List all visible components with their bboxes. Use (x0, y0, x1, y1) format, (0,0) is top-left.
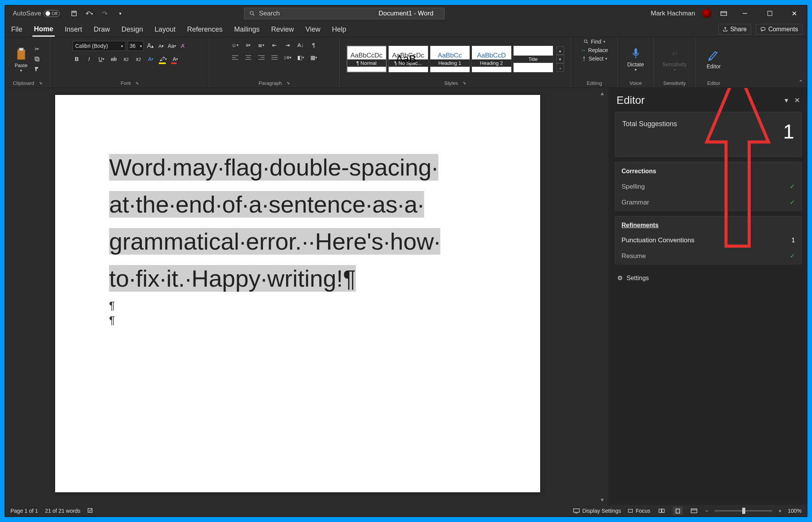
bold-icon[interactable]: B (72, 55, 81, 63)
document-text[interactable]: Word·may·flag·double-spacing·​at·the·end… (109, 149, 486, 297)
text-effects-icon[interactable]: A▾ (147, 55, 155, 63)
read-mode-icon[interactable] (657, 507, 667, 515)
clipboard-launcher-icon[interactable]: ⬊ (39, 81, 42, 86)
format-painter-icon[interactable] (33, 65, 41, 73)
multilevel-list-icon[interactable]: ≣▾ (257, 41, 266, 49)
shading-icon[interactable]: ◧▾ (296, 53, 305, 62)
tab-layout[interactable]: Layout (153, 22, 177, 36)
tab-mailings[interactable]: Mailings (232, 22, 261, 36)
style-heading-1[interactable]: AaBbCcHeading 1 (430, 46, 470, 73)
subscript-icon[interactable]: x2 (122, 55, 130, 63)
spelling-row[interactable]: Spelling✓ (615, 179, 801, 194)
word-count[interactable]: 21 of 21 words (45, 508, 81, 514)
borders-icon[interactable]: ▦▾ (310, 53, 318, 62)
find-button[interactable]: Find▾ (583, 39, 605, 45)
styles-scroll-up-icon[interactable]: ▴ (556, 46, 564, 55)
tab-design[interactable]: Design (120, 22, 145, 36)
scroll-down-icon[interactable]: ▾ (599, 496, 606, 503)
grammar-row[interactable]: Grammar✓ (615, 194, 801, 210)
tab-insert[interactable]: Insert (63, 22, 84, 36)
justify-icon[interactable] (270, 53, 279, 62)
underline-icon[interactable]: U▾ (97, 55, 106, 63)
total-suggestions-card[interactable]: Total Suggestions 1 (615, 112, 802, 157)
tab-help[interactable]: Help (330, 22, 348, 36)
resume-row[interactable]: Resume✓ (615, 248, 801, 264)
align-right-icon[interactable] (257, 53, 266, 62)
tab-file[interactable]: File (10, 22, 24, 36)
punctuation-row[interactable]: Punctuation Conventions1 (615, 233, 801, 248)
qat-customize-icon[interactable]: ▾ (116, 9, 125, 18)
zoom-in-icon[interactable]: + (778, 508, 782, 514)
tab-review[interactable]: Review (270, 22, 295, 36)
cut-icon[interactable]: ✂ (33, 45, 41, 53)
style-heading-2[interactable]: AaBbCcDHeading 2 (472, 46, 512, 73)
strikethrough-icon[interactable]: ab (110, 55, 118, 63)
clear-formatting-icon[interactable]: A̸ (179, 42, 187, 50)
styles-launcher-icon[interactable]: ⬊ (463, 81, 466, 86)
style-no-spacing[interactable]: AaBbCcDc¶ No Spac... (388, 46, 428, 73)
sort-icon[interactable]: A↓ (296, 41, 305, 49)
page-status[interactable]: Page 1 of 1 (10, 508, 38, 514)
dictate-button[interactable]: Dictate ▾ (621, 47, 651, 72)
display-settings-button[interactable]: Display Settings (573, 508, 621, 514)
scroll-up-icon[interactable]: ▴ (599, 90, 606, 97)
font-color-icon[interactable]: A▾ (171, 55, 180, 63)
font-size-select[interactable]: 36▾ (128, 41, 144, 51)
align-left-icon[interactable] (231, 53, 239, 62)
save-icon[interactable] (70, 9, 78, 18)
collapse-ribbon-icon[interactable]: ⌃ (799, 79, 803, 85)
zoom-out-icon[interactable]: − (705, 508, 708, 514)
increase-indent-icon[interactable]: ⇥ (283, 41, 292, 49)
tab-draw[interactable]: Draw (92, 22, 111, 36)
font-launcher-icon[interactable]: ⬊ (135, 81, 139, 86)
italic-icon[interactable]: I (85, 55, 93, 63)
print-layout-icon[interactable] (673, 507, 683, 515)
style-normal[interactable]: AaBbCcDc¶ Normal (347, 46, 387, 73)
replace-button[interactable]: ↔Replace (581, 47, 608, 53)
editor-pane-dropdown-icon[interactable]: ▾ (785, 96, 788, 105)
spellcheck-status-icon[interactable] (87, 507, 94, 515)
search-box[interactable]: Search (244, 8, 445, 19)
align-center-icon[interactable] (244, 53, 253, 62)
shrink-font-icon[interactable]: A▾ (157, 42, 165, 50)
select-button[interactable]: ⭡Select▾ (581, 56, 608, 62)
styles-scroll-down-icon[interactable]: ▾ (556, 55, 564, 63)
copy-icon[interactable] (33, 55, 41, 63)
share-button[interactable]: Share (718, 24, 751, 35)
tab-references[interactable]: References (185, 22, 224, 36)
paste-button[interactable]: Paste ▾ (14, 46, 28, 73)
comments-button[interactable]: Comments (756, 24, 802, 35)
focus-mode-button[interactable]: Focus (627, 508, 650, 514)
close-button[interactable]: ✕ (785, 5, 803, 22)
tab-home[interactable]: Home (32, 22, 55, 37)
styles-more-icon[interactable]: ⌄ (556, 63, 564, 72)
undo-icon[interactable]: ↶▾ (85, 9, 94, 18)
paragraph-launcher-icon[interactable]: ⬊ (286, 81, 290, 86)
document-page[interactable]: Word·may·flag·double-spacing·​at·the·end… (55, 95, 540, 492)
editor-pane-close-icon[interactable]: ✕ (794, 96, 800, 105)
tab-view[interactable]: View (304, 22, 322, 36)
ribbon-display-options-icon[interactable] (718, 8, 729, 19)
grow-font-icon[interactable]: A▴ (146, 42, 155, 50)
bullets-icon[interactable]: ☺▾ (231, 41, 239, 49)
line-spacing-icon[interactable]: ↕≡▾ (283, 53, 292, 62)
style-title[interactable]: AaBTitle (513, 46, 553, 73)
zoom-slider[interactable] (714, 510, 772, 512)
change-case-icon[interactable]: Aa▾ (168, 42, 176, 50)
redo-icon[interactable]: ↷ (101, 9, 109, 18)
editor-button[interactable]: Editor (699, 49, 729, 69)
autosave-toggle[interactable]: AutoSave Off (13, 10, 60, 17)
numbering-icon[interactable]: ≡▾ (244, 41, 253, 49)
document-area[interactable]: ▴ Word·may·flag·double-spacing·​at·the·e… (5, 88, 608, 505)
minimize-button[interactable]: ─ (736, 5, 754, 22)
zoom-level[interactable]: 100% (788, 508, 802, 514)
show-hide-marks-icon[interactable]: ¶ (310, 41, 318, 49)
superscript-icon[interactable]: x2 (134, 55, 143, 63)
font-name-select[interactable]: Calibri (Body)▾ (72, 41, 126, 51)
web-layout-icon[interactable] (689, 507, 699, 515)
decrease-indent-icon[interactable]: ⇤ (270, 41, 279, 49)
maximize-button[interactable]: ☐ (761, 5, 778, 22)
user-name[interactable]: Mark Hachman (651, 10, 695, 17)
highlight-icon[interactable]: 🖍▾ (159, 55, 167, 63)
user-avatar-icon[interactable] (702, 9, 711, 18)
